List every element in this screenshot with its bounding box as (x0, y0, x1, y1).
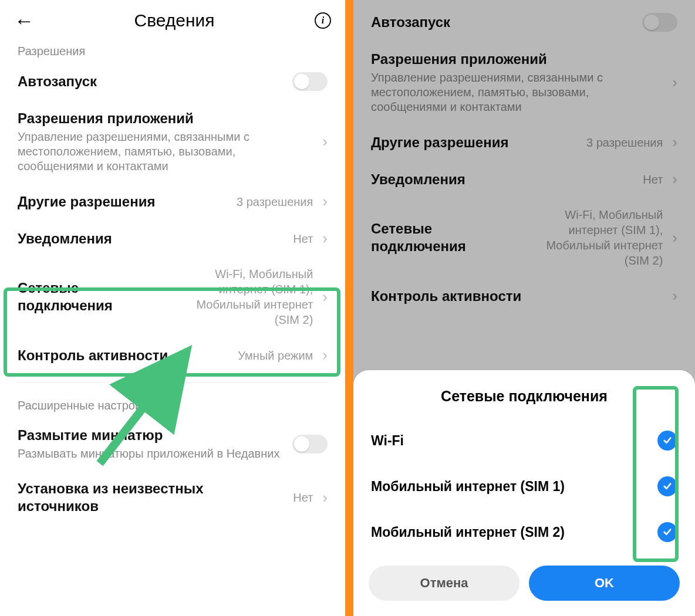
checkmark-icon (657, 476, 677, 496)
notifications-label: Уведомления (18, 230, 287, 248)
option-wifi[interactable]: Wi-Fi (369, 418, 680, 463)
option-sim2[interactable]: Мобильный интернет (SIM 2) (369, 509, 680, 555)
chevron-right-icon: › (322, 288, 328, 306)
network-value: Wi-Fi, Мобильный интернет (SIM 1), Мобил… (178, 266, 313, 327)
network-label: Сетевые подключения (371, 220, 522, 255)
option-label: Мобильный интернет (SIM 1) (371, 479, 657, 495)
option-sim1[interactable]: Мобильный интернет (SIM 1) (369, 463, 680, 509)
network-modal: Сетевые подключения Wi-Fi Мобильный инте… (353, 370, 695, 616)
activity-label: Контроль активности (371, 287, 663, 305)
app-permissions-sub: Управление разрешениями, связанными с ме… (371, 70, 663, 114)
other-permissions-label: Другие разрешения (371, 134, 581, 151)
app-permissions-row[interactable]: Разрешения приложений Управление разреше… (353, 41, 695, 124)
option-label: Wi-Fi (371, 433, 657, 449)
info-icon[interactable]: i (315, 12, 331, 29)
notifications-row[interactable]: Уведомления Нет › (353, 161, 695, 198)
checkmark-icon (657, 522, 677, 542)
chevron-right-icon: › (322, 346, 328, 364)
chevron-right-icon: › (672, 229, 677, 247)
chevron-right-icon: › (672, 73, 677, 92)
back-icon[interactable]: ← (14, 11, 34, 31)
unknown-sources-row[interactable]: Установка из неизвестных источников Нет … (0, 471, 345, 524)
autostart-row[interactable]: Автозапуск (353, 4, 695, 41)
chevron-right-icon: › (672, 287, 677, 305)
activity-control-row[interactable]: Контроль активности › (353, 277, 695, 314)
notifications-label: Уведомления (371, 171, 637, 188)
notifications-value: Нет (293, 231, 313, 246)
app-permissions-sub: Управление разрешениями, связанными с ме… (18, 130, 313, 174)
other-permissions-value: 3 разрешения (237, 194, 313, 209)
network-value: Wi-Fi, Мобильный интернет (SIM 1), Мобил… (528, 207, 663, 268)
header: ← Сведения i (0, 0, 345, 36)
activity-value: Умный режим (238, 348, 313, 363)
checkmark-icon (657, 431, 677, 451)
unknown-value: Нет (293, 490, 313, 505)
network-label: Сетевые подключения (18, 279, 172, 314)
autostart-toggle[interactable] (642, 13, 677, 32)
ok-button[interactable]: OK (529, 566, 680, 601)
other-permissions-row[interactable]: Другие разрешения 3 разрешения › (0, 183, 345, 220)
notifications-row[interactable]: Уведомления Нет › (0, 220, 345, 257)
page-title: Сведения (45, 11, 304, 31)
app-permissions-label: Разрешения приложений (371, 50, 663, 68)
separator (345, 0, 353, 616)
app-permissions-row[interactable]: Разрешения приложений Управление разреше… (0, 100, 345, 183)
chevron-right-icon: › (672, 170, 677, 188)
chevron-right-icon: › (322, 229, 328, 248)
chevron-right-icon: › (322, 192, 328, 211)
network-row[interactable]: Сетевые подключения Wi-Fi, Мобильный инт… (353, 198, 695, 277)
autostart-row[interactable]: Автозапуск (0, 63, 345, 100)
activity-control-row[interactable]: Контроль активности Умный режим › (0, 337, 345, 374)
modal-title: Сетевые подключения (369, 388, 680, 405)
divider (18, 382, 328, 383)
autostart-label: Автозапуск (18, 73, 286, 90)
other-permissions-label: Другие разрешения (18, 193, 231, 211)
chevron-right-icon: › (672, 133, 677, 151)
option-label: Мобильный интернет (SIM 2) (371, 524, 657, 540)
blur-row[interactable]: Размытие миниатюр Размывать миниатюры пр… (0, 417, 345, 471)
unknown-label: Установка из неизвестных источников (18, 480, 287, 515)
notifications-value: Нет (643, 172, 663, 187)
other-permissions-value: 3 разрешения (586, 135, 663, 150)
app-permissions-label: Разрешения приложений (18, 110, 313, 127)
right-screenshot: Автозапуск Разрешения приложений Управле… (353, 0, 695, 616)
network-row[interactable]: Сетевые подключения Wi-Fi, Мобильный инт… (0, 257, 345, 337)
cancel-button[interactable]: Отмена (369, 566, 519, 601)
left-screenshot: ← Сведения i Разрешения Автозапуск Разре… (0, 0, 345, 616)
activity-label: Контроль активности (18, 347, 232, 364)
section-advanced: Расширенные настройки (0, 391, 345, 417)
modal-buttons: Отмена OK (369, 566, 680, 601)
chevron-right-icon: › (322, 133, 328, 151)
blur-label: Размытие миниатюр (18, 427, 286, 444)
other-permissions-row[interactable]: Другие разрешения 3 разрешения › (353, 124, 695, 161)
chevron-right-icon: › (322, 489, 328, 507)
blur-toggle[interactable] (292, 435, 328, 453)
blur-sub: Размывать миниатюры приложений в Недавни… (18, 446, 286, 461)
section-permissions: Разрешения (0, 36, 345, 63)
autostart-label: Автозапуск (371, 13, 636, 31)
autostart-toggle[interactable] (292, 72, 328, 91)
